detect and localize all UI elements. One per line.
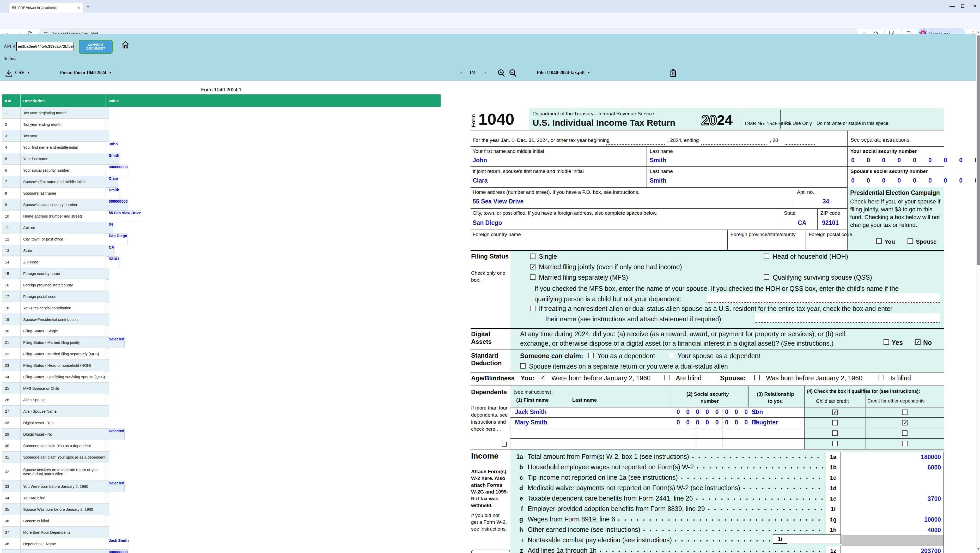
row-value[interactable] bbox=[106, 382, 109, 394]
row-value[interactable]: Smith bbox=[106, 188, 119, 199]
income-value-cell[interactable] bbox=[841, 504, 944, 515]
spouse-last-name-value[interactable]: Smith bbox=[650, 177, 667, 184]
table-row[interactable]: 18You-Presidential contribution bbox=[2, 302, 441, 314]
window-minimize-button[interactable] bbox=[950, 4, 955, 7]
table-row[interactable]: 27Alien Spouse Name bbox=[2, 406, 441, 417]
window-close-button[interactable]: ✕ bbox=[972, 3, 978, 8]
export-format-dropdown[interactable]: CSV▼ bbox=[15, 70, 30, 75]
home-address-value[interactable]: 55 Sea View Drive bbox=[473, 198, 523, 205]
row-value[interactable] bbox=[106, 451, 109, 463]
row-value[interactable] bbox=[106, 527, 109, 538]
table-row[interactable]: 31Someone can claim Your spouse as a dep… bbox=[2, 451, 441, 463]
zoom-in-icon[interactable] bbox=[498, 69, 506, 78]
row-value[interactable] bbox=[106, 360, 109, 371]
spouse-ssn-value[interactable]: 0 0 0 0 0 0 0 0 0 bbox=[851, 177, 980, 184]
row-value[interactable]: CA bbox=[106, 245, 115, 257]
row-value[interactable]: 000000000 bbox=[106, 550, 128, 553]
tax-year-end-field[interactable] bbox=[701, 137, 767, 145]
row-value[interactable] bbox=[106, 302, 109, 314]
table-row[interactable]: 4Your first name and middle initialJohn bbox=[2, 142, 441, 153]
dependent-name[interactable]: Jack Smith bbox=[515, 408, 546, 416]
scrollbar-down-arrow[interactable] bbox=[977, 548, 980, 550]
income-value-cell[interactable] bbox=[841, 535, 944, 546]
table-row[interactable]: 7Spouse's first name and middle initialC… bbox=[2, 176, 441, 188]
row-value[interactable] bbox=[106, 348, 109, 360]
spouse-born-before-1960-checkbox[interactable] bbox=[754, 375, 760, 380]
row-value[interactable] bbox=[106, 268, 109, 279]
filing-single-checkbox[interactable] bbox=[530, 253, 536, 259]
claim-spouse-checkbox[interactable] bbox=[669, 353, 674, 358]
credit-other-dependents-checkbox[interactable] bbox=[902, 410, 907, 415]
tab-close-icon[interactable]: ✕ bbox=[78, 6, 80, 10]
dependent-relationship[interactable]: Son bbox=[752, 408, 763, 416]
row-value[interactable]: Smith bbox=[106, 153, 119, 164]
table-row[interactable]: 20Filing Status - Single bbox=[2, 325, 441, 337]
spouse-blind-checkbox[interactable] bbox=[878, 375, 884, 380]
row-value[interactable] bbox=[106, 279, 109, 291]
row-value[interactable] bbox=[106, 463, 109, 481]
row-value[interactable]: Selected bbox=[106, 429, 125, 440]
table-row[interactable]: 33You Were born before January 2, 1960Se… bbox=[2, 481, 441, 492]
table-row[interactable]: 24Filing Status - Qualifying surviving s… bbox=[2, 371, 441, 382]
dependent-name[interactable]: Mary Smith bbox=[515, 419, 547, 426]
first-name-value[interactable]: John bbox=[473, 157, 487, 164]
table-row[interactable]: 6Your social security number000000000 bbox=[2, 164, 441, 176]
table-row[interactable]: 36Spouse Is blind bbox=[2, 515, 441, 527]
city-value[interactable]: San Diego bbox=[473, 219, 502, 226]
spouse-first-name-value[interactable]: Clara bbox=[473, 177, 488, 184]
download-icon[interactable] bbox=[5, 69, 13, 77]
home-icon[interactable] bbox=[121, 41, 129, 49]
filing-qss-checkbox[interactable] bbox=[764, 274, 769, 280]
row-value[interactable] bbox=[106, 314, 109, 325]
more-than-four-dependents-checkbox[interactable] bbox=[502, 441, 507, 446]
nra-spouse-name-field[interactable] bbox=[755, 313, 940, 323]
file-selector-dropdown[interactable]: File: f1040-2024-tax.pdf▼ bbox=[537, 70, 590, 75]
table-row[interactable]: 26Alien Spouse bbox=[2, 394, 441, 406]
last-name-value[interactable]: Smith bbox=[650, 157, 667, 164]
window-maximize-button[interactable] bbox=[961, 5, 964, 8]
browser-tab[interactable]: PDF Viewer in JavaScript ✕ bbox=[10, 3, 83, 13]
table-row[interactable]: 10Home address (number and street)55 Sea… bbox=[2, 210, 441, 222]
income-value-cell[interactable]: 203700 bbox=[841, 546, 944, 553]
your-ssn-value[interactable]: 0 0 0 0 0 0 0 0 0 bbox=[851, 157, 980, 164]
table-row[interactable]: 8Spouse's last nameSmith bbox=[2, 188, 441, 199]
claim-you-checkbox[interactable] bbox=[589, 353, 594, 358]
child-tax-credit-checkbox[interactable] bbox=[832, 420, 838, 426]
row-value[interactable]: Clara bbox=[106, 176, 118, 188]
new-tab-button[interactable]: + bbox=[87, 4, 90, 10]
prev-page-button[interactable]: ← bbox=[459, 68, 466, 76]
next-page-button[interactable]: → bbox=[480, 68, 487, 76]
dependent-relationship[interactable]: Daughter bbox=[752, 419, 778, 426]
row-value[interactable] bbox=[106, 406, 109, 417]
digital-assets-yes-checkbox[interactable] bbox=[883, 339, 889, 345]
mfs-spouse-name-field[interactable] bbox=[706, 293, 940, 303]
row-value[interactable] bbox=[106, 371, 109, 382]
child-tax-credit-checkbox[interactable] bbox=[832, 441, 838, 446]
row-value[interactable] bbox=[106, 107, 109, 119]
credit-other-dependents-checkbox[interactable] bbox=[902, 420, 907, 426]
table-row[interactable]: 28Digital Asset - Yes bbox=[2, 417, 441, 429]
filing-mfs-checkbox[interactable] bbox=[530, 274, 536, 280]
table-row[interactable]: 25MFS Spouse or Child bbox=[2, 382, 441, 394]
income-value-cell[interactable]: 6000 bbox=[841, 462, 944, 473]
tax-year-yy-field[interactable] bbox=[785, 137, 815, 145]
form-selector-dropdown[interactable]: Form: Form 1040 2024▼ bbox=[60, 70, 111, 75]
table-row[interactable]: 19Spouse-Presidential contribution bbox=[2, 314, 441, 325]
income-value-cell[interactable]: 10000 bbox=[841, 515, 944, 525]
tax-year-begin-field[interactable] bbox=[606, 137, 665, 145]
filing-nra-checkbox[interactable] bbox=[530, 306, 536, 311]
table-row[interactable]: 23Filing Status - Head of household (HOH… bbox=[2, 360, 441, 371]
row-value[interactable]: Selected bbox=[106, 481, 125, 492]
income-inline-field[interactable] bbox=[788, 534, 841, 544]
credit-other-dependents-checkbox[interactable] bbox=[902, 441, 907, 446]
row-value[interactable] bbox=[106, 515, 109, 527]
row-value[interactable]: 000000000 bbox=[106, 164, 128, 176]
you-born-before-1960-checkbox[interactable] bbox=[540, 375, 545, 380]
table-row[interactable]: 34You Are blind bbox=[2, 492, 441, 504]
zip-value[interactable]: 92101 bbox=[822, 219, 839, 226]
filing-mfj-checkbox[interactable] bbox=[530, 264, 536, 269]
dependent-ssn[interactable]: 0 0 0 0 0 0 0 0 0 bbox=[676, 419, 760, 426]
state-value[interactable]: CA bbox=[798, 219, 807, 226]
row-value[interactable] bbox=[106, 130, 109, 142]
row-value[interactable] bbox=[106, 325, 109, 337]
